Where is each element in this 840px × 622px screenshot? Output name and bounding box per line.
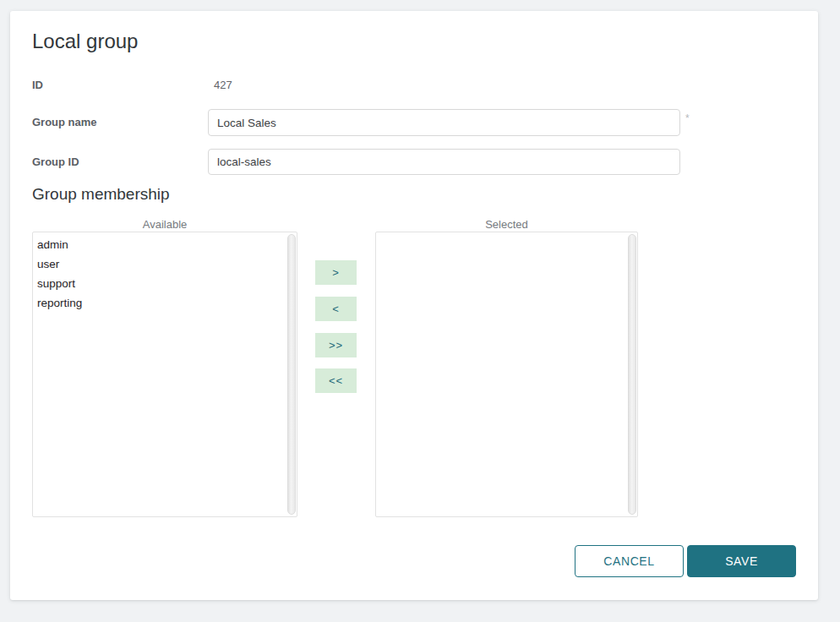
local-group-card: Local group ID 427 Group name * Group ID… <box>10 11 818 600</box>
page-title: Local group <box>32 30 138 53</box>
selected-listbox[interactable] <box>375 232 638 517</box>
save-button[interactable]: SAVE <box>687 545 796 577</box>
group-id-label: Group ID <box>32 156 79 168</box>
available-scrollbar-thumb[interactable] <box>287 234 296 515</box>
move-selected-left-button[interactable]: < <box>315 297 357 321</box>
move-selected-right-button[interactable]: > <box>315 260 357 285</box>
cancel-button[interactable]: CANCEL <box>575 545 684 577</box>
group-id-input[interactable] <box>208 149 680 175</box>
move-all-right-button[interactable]: >> <box>315 333 357 357</box>
id-label: ID <box>32 79 43 91</box>
list-item[interactable]: reporting <box>33 293 283 313</box>
list-item[interactable]: user <box>33 254 283 274</box>
id-value: 427 <box>214 79 232 91</box>
selected-list-label: Selected <box>375 218 638 231</box>
list-item[interactable]: admin <box>33 235 283 254</box>
move-all-left-button[interactable]: << <box>315 368 357 393</box>
required-asterisk: * <box>685 112 690 124</box>
selected-scrollbar-thumb[interactable] <box>628 234 636 515</box>
list-item[interactable]: support <box>33 274 283 293</box>
group-name-label: Group name <box>32 116 97 128</box>
available-list-label: Available <box>32 218 297 231</box>
group-name-input[interactable] <box>208 109 680 136</box>
group-membership-heading: Group membership <box>32 185 170 204</box>
available-listbox[interactable]: adminusersupportreporting <box>32 232 297 517</box>
